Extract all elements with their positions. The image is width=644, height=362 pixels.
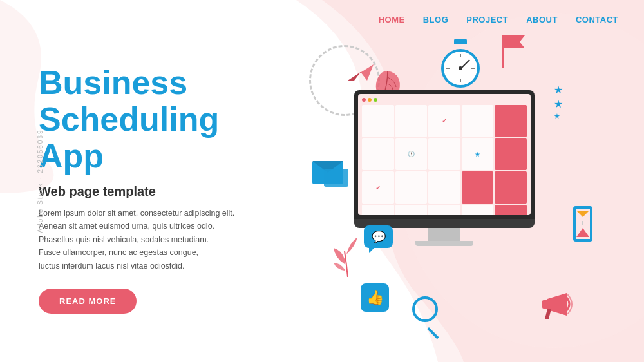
- chat-icon: 💬: [372, 230, 386, 244]
- hero-content: Business Scheduling App Web page templat…: [39, 64, 277, 314]
- nav-home[interactable]: HOME: [379, 15, 405, 24]
- dot-red: [362, 98, 366, 102]
- hero-body: Lorem ipsum dolor sit amet, consectetur …: [39, 207, 277, 273]
- nav-about[interactable]: ABOUT: [526, 15, 558, 24]
- cal-cell-pink: [495, 171, 527, 204]
- hourglass-icon: [573, 206, 592, 242]
- cal-cell: [428, 138, 460, 171]
- chat-bubble: 💬: [364, 225, 393, 248]
- nav-contact[interactable]: CONTACT: [576, 15, 618, 24]
- cal-cell: [362, 138, 394, 171]
- stopwatch-deco: [438, 39, 483, 84]
- navbar: HOME BLOG PROJECT ABOUT CONTACT: [0, 0, 644, 39]
- thumbsup-deco: 👍: [361, 283, 389, 312]
- paper-plane-deco: [348, 58, 374, 83]
- cal-cell: ✓: [428, 105, 460, 137]
- cal-cell-pink: [495, 105, 527, 137]
- cal-cell: [362, 205, 394, 215]
- cal-cell: ✓: [428, 205, 460, 215]
- mail-icon-2: [324, 169, 348, 187]
- cal-cell: 🕐: [395, 138, 428, 171]
- monitor-stand-base: [415, 241, 473, 246]
- star-icon-3: ★: [554, 112, 563, 120]
- hero-title: Business Scheduling App: [39, 64, 277, 175]
- cal-cell: [362, 105, 394, 137]
- monitor-stand-top: [428, 228, 460, 241]
- svg-marker-2: [348, 72, 361, 81]
- illustration-area: ★ ★ ★ ✓ 🕐: [270, 32, 631, 341]
- cal-cell: [395, 205, 428, 215]
- stars-deco: ★ ★ ★: [554, 84, 563, 120]
- magnifier-deco: [412, 296, 438, 322]
- cal-cell: ✓: [362, 171, 394, 204]
- star-icon-1: ★: [554, 84, 563, 96]
- cal-cell: [395, 171, 428, 204]
- read-more-button[interactable]: READ MORE: [39, 289, 137, 314]
- cal-cell: [395, 105, 428, 137]
- cal-cell: [462, 105, 494, 137]
- hourglass-sand-bottom: [576, 228, 589, 237]
- cal-cell-pink: [495, 205, 527, 215]
- cal-cell: [462, 205, 494, 215]
- flag-deco: [496, 35, 504, 68]
- chat-bubble-deco: 💬: [364, 225, 393, 248]
- svg-point-3: [445, 53, 476, 84]
- hero-subtitle: Web page template: [39, 184, 277, 199]
- star-icon-2: ★: [554, 98, 563, 110]
- nav-project[interactable]: PROJECT: [466, 15, 508, 24]
- branch-deco: [328, 232, 367, 280]
- calendar-grid: ✓ 🕐 ★ ✓ ✓: [362, 105, 527, 215]
- cal-cell-pink: [495, 138, 527, 171]
- monitor-screen: ✓ 🕐 ★ ✓ ✓: [354, 90, 535, 219]
- cal-cell-pink: [462, 171, 494, 204]
- monitor: ✓ 🕐 ★ ✓ ✓: [354, 90, 535, 246]
- thumbsup-symbol: 👍: [366, 289, 384, 306]
- magnifier-icon: [412, 296, 438, 322]
- cal-cell: [428, 171, 460, 204]
- dot-green: [374, 98, 377, 102]
- thumbsup-icon: 👍: [361, 283, 389, 312]
- megaphone-deco: [541, 290, 576, 321]
- magnifier-handle: [427, 327, 439, 339]
- nav-blog[interactable]: BLOG: [423, 15, 449, 24]
- hourglass-sand-top: [576, 211, 589, 217]
- hourglass-deco: [573, 206, 592, 242]
- cal-cell: ★: [462, 138, 494, 171]
- watermark: Adobe Stock · 282056069: [37, 129, 44, 233]
- mail-deco: [312, 161, 350, 190]
- svg-rect-8: [542, 300, 549, 309]
- dot-yellow: [368, 98, 372, 102]
- nav-links: HOME BLOG PROJECT ABOUT CONTACT: [379, 15, 618, 24]
